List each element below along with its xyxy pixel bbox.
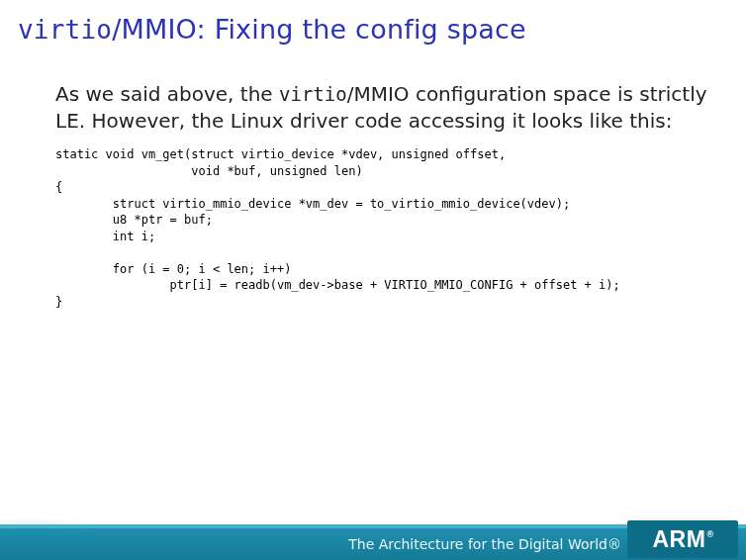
- code-listing: static void vm_get(struct virtio_device …: [55, 146, 620, 310]
- title-code-part: virtio: [18, 15, 112, 45]
- slide: virtio/MMIO: Fixing the config space As …: [0, 0, 746, 560]
- title-mmio: /MMIO: [112, 14, 196, 45]
- body-frag-2: /MMIO configuration space is strictly: [347, 82, 707, 106]
- footer: The Architecture for the Digital World® …: [0, 491, 746, 560]
- slide-body-text: As we said above, the virtio/MMIO config…: [55, 81, 722, 135]
- body-code-frag: virtio: [279, 83, 347, 105]
- arm-logo-reg: ®: [706, 529, 713, 539]
- arm-logo-box: ARM®: [627, 520, 738, 558]
- arm-logo-text: ARM: [652, 526, 705, 552]
- arm-logo: ARM®: [652, 526, 712, 553]
- footer-main-bar: The Architecture for the Digital World® …: [0, 528, 746, 560]
- body-line-2: LE. However, the Linux driver code acces…: [55, 109, 672, 133]
- body-frag-1: As we said above, the: [55, 82, 279, 106]
- slide-title: virtio/MMIO: Fixing the config space: [18, 14, 526, 45]
- footer-tagline: The Architecture for the Digital World®: [348, 536, 621, 552]
- title-rest: : Fixing the config space: [197, 14, 526, 45]
